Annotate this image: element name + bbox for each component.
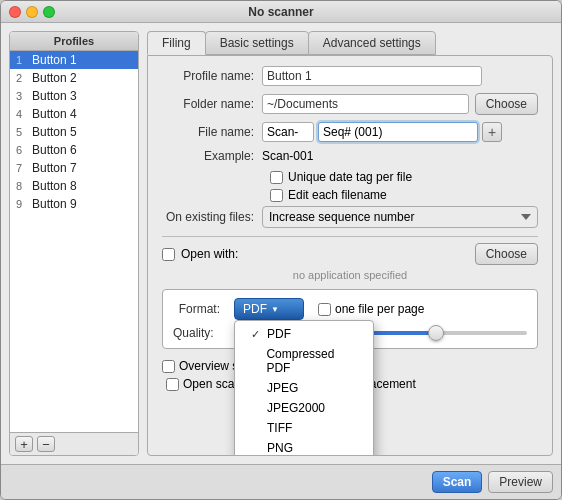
sidebar-header: Profiles <box>10 32 138 51</box>
sidebar-item-9[interactable]: 9 Button 9 <box>10 195 138 213</box>
format-option-pdf[interactable]: ✓ PDF <box>235 324 373 344</box>
item-label-2: Button 2 <box>32 71 132 85</box>
traffic-lights <box>9 6 55 18</box>
main-panel: Filing Basic settings Advanced settings … <box>147 31 553 456</box>
sidebar-item-1[interactable]: 1 Button 1 <box>10 51 138 69</box>
folder-name-label: Folder name: <box>162 97 262 111</box>
sidebar-footer: + − <box>10 432 138 455</box>
sidebar-item-8[interactable]: 8 Button 8 <box>10 177 138 195</box>
scan-button[interactable]: Scan <box>432 471 483 493</box>
divider-1 <box>162 236 538 237</box>
filename-fields: + <box>262 122 502 142</box>
item-label-1: Button 1 <box>32 53 132 67</box>
profile-name-input[interactable] <box>262 66 482 86</box>
sidebar-item-2[interactable]: 2 Button 2 <box>10 69 138 87</box>
edit-each-label: Edit each filename <box>288 188 387 202</box>
unique-date-label: Unique date tag per file <box>288 170 412 184</box>
item-num-5: 5 <box>16 126 32 138</box>
item-num-8: 8 <box>16 180 32 192</box>
example-label: Example: <box>162 149 262 163</box>
item-num-1: 1 <box>16 54 32 66</box>
preview-button[interactable]: Preview <box>488 471 553 493</box>
item-label-3: Button 3 <box>32 89 132 103</box>
item-num-6: 6 <box>16 144 32 156</box>
add-profile-button[interactable]: + <box>15 436 33 452</box>
sidebar-item-6[interactable]: 6 Button 6 <box>10 141 138 159</box>
one-file-label: one file per page <box>335 302 424 316</box>
format-dropdown-menu: ✓ PDF Compressed PDF JPEG <box>234 320 374 456</box>
item-label-9: Button 9 <box>32 197 132 211</box>
sidebar-list: 1 Button 1 2 Button 2 3 Button 3 4 Butto… <box>10 51 138 432</box>
open-scan-window-checkbox[interactable] <box>166 378 179 391</box>
panel-content: Profile name: Folder name: Choose File n… <box>147 55 553 456</box>
choose-app-button[interactable]: Choose <box>475 243 538 265</box>
tab-filing[interactable]: Filing <box>147 31 206 55</box>
open-with-label: Open with: <box>181 247 238 261</box>
edit-each-checkbox[interactable] <box>270 189 283 202</box>
item-num-2: 2 <box>16 72 32 84</box>
on-existing-row: On existing files: Increase sequence num… <box>162 206 538 228</box>
on-existing-label: On existing files: <box>162 210 262 224</box>
format-option-png[interactable]: PNG <box>235 438 373 456</box>
on-existing-select[interactable]: Increase sequence number Ask Overwrite <box>262 206 538 228</box>
choose-folder-button[interactable]: Choose <box>475 93 538 115</box>
no-app-text: no application specified <box>162 269 538 281</box>
one-file-row: one file per page <box>318 302 424 316</box>
unique-date-checkbox[interactable] <box>270 171 283 184</box>
add-field-button[interactable]: + <box>482 122 502 142</box>
sidebar-item-7[interactable]: 7 Button 7 <box>10 159 138 177</box>
format-button[interactable]: PDF <box>234 298 304 320</box>
sidebar: Profiles 1 Button 1 2 Button 2 3 Button … <box>9 31 139 456</box>
item-label-8: Button 8 <box>32 179 132 193</box>
item-num-3: 3 <box>16 90 32 102</box>
tab-advanced-settings[interactable]: Advanced settings <box>308 31 436 55</box>
open-with-row: Open with: Choose <box>162 243 538 265</box>
file-name-label: File name: <box>162 125 262 139</box>
remove-profile-button[interactable]: − <box>37 436 55 452</box>
tab-bar: Filing Basic settings Advanced settings <box>147 31 553 55</box>
item-label-7: Button 7 <box>32 161 132 175</box>
format-label: Format: <box>173 302 228 316</box>
window-title: No scanner <box>248 5 313 19</box>
item-num-7: 7 <box>16 162 32 174</box>
sidebar-item-3[interactable]: 3 Button 3 <box>10 87 138 105</box>
sidebar-item-4[interactable]: 4 Button 4 <box>10 105 138 123</box>
sidebar-item-5[interactable]: 5 Button 5 <box>10 123 138 141</box>
format-option-tiff[interactable]: TIFF <box>235 418 373 438</box>
title-bar: No scanner <box>1 1 561 23</box>
overview-scan-checkbox[interactable] <box>162 360 175 373</box>
example-value: Scan-001 <box>262 149 313 163</box>
format-dropdown: PDF ✓ PDF Compressed PDF <box>234 298 304 320</box>
example-row: Example: Scan-001 <box>162 149 538 163</box>
bottom-bar: Scan Preview <box>1 464 561 499</box>
item-label-4: Button 4 <box>32 107 132 121</box>
content-area: Profiles 1 Button 1 2 Button 2 3 Button … <box>1 23 561 464</box>
item-label-6: Button 6 <box>32 143 132 157</box>
quality-label: Quality: <box>173 326 228 340</box>
main-window: No scanner Profiles 1 Button 1 2 Button … <box>0 0 562 500</box>
unique-date-row: Unique date tag per file <box>162 170 538 184</box>
file-name-row: File name: + <box>162 122 538 142</box>
folder-name-row: Folder name: Choose <box>162 93 538 115</box>
format-quality-area: Format: PDF ✓ PDF <box>162 289 538 349</box>
item-num-4: 4 <box>16 108 32 120</box>
open-with-checkbox[interactable] <box>162 248 175 261</box>
format-option-jpeg2000[interactable]: JPEG2000 <box>235 398 373 418</box>
maximize-button[interactable] <box>43 6 55 18</box>
profile-name-row: Profile name: <box>162 66 538 86</box>
format-row: Format: PDF ✓ PDF <box>173 298 527 320</box>
one-file-checkbox[interactable] <box>318 303 331 316</box>
tab-basic-settings[interactable]: Basic settings <box>205 31 309 55</box>
format-option-jpeg[interactable]: JPEG <box>235 378 373 398</box>
edit-each-row: Edit each filename <box>162 188 538 202</box>
item-num-9: 9 <box>16 198 32 210</box>
minimize-button[interactable] <box>26 6 38 18</box>
file-seq-input[interactable] <box>318 122 478 142</box>
profile-name-label: Profile name: <box>162 69 262 83</box>
format-option-compressed-pdf[interactable]: Compressed PDF <box>235 344 373 378</box>
folder-name-input[interactable] <box>262 94 469 114</box>
close-button[interactable] <box>9 6 21 18</box>
pdf-checkmark: ✓ <box>251 328 263 341</box>
file-prefix-input[interactable] <box>262 122 314 142</box>
item-label-5: Button 5 <box>32 125 132 139</box>
